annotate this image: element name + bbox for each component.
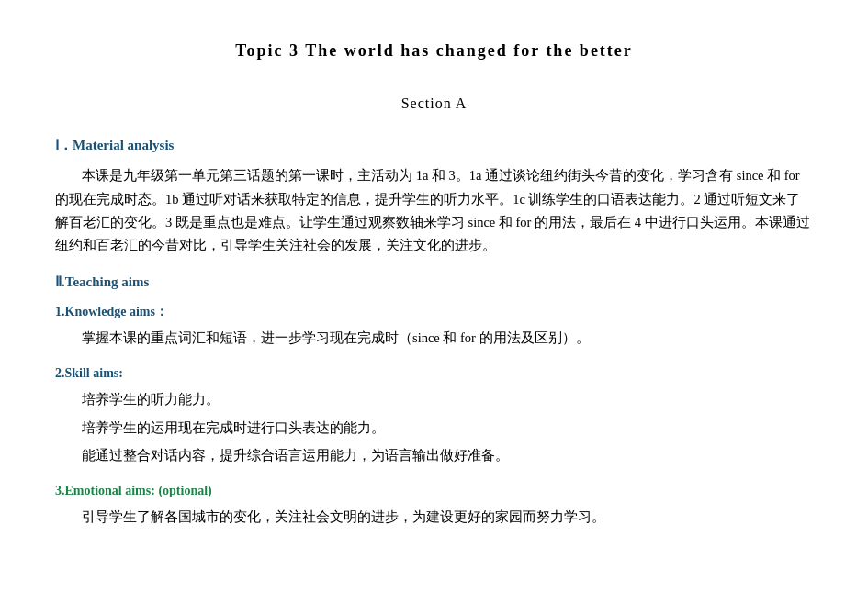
skill-aims-item-2: 培养学生的运用现在完成时进行口头表达的能力。 [55,417,813,440]
part2-block: Ⅱ.Teaching aims 1.Knowledge aims： 掌握本课的重… [55,271,813,530]
knowledge-aims-item-1: 掌握本课的重点词汇和短语，进一步学习现在完成时（since 和 for 的用法及… [55,327,813,350]
skill-aims-block: 2.Skill aims: 培养学生的听力能力。 培养学生的运用现在完成时进行口… [55,363,813,467]
part1-block: Ⅰ．Material analysis 本课是九年级第一单元第三话题的第一课时，… [55,134,813,258]
part2-heading: Ⅱ.Teaching aims [55,271,813,295]
emotional-aims-item-1: 引导学生了解各国城市的变化，关注社会文明的进步，为建设更好的家园而努力学习。 [55,506,813,529]
emotional-aims-block: 3.Emotional aims: (optional) 引导学生了解各国城市的… [55,480,813,529]
part1-heading: Ⅰ．Material analysis [55,134,813,158]
page-title: Topic 3 The world has changed for the be… [55,37,813,65]
section-title: Section A [55,91,813,116]
knowledge-aims-label: 1.Knowledge aims： [55,301,813,323]
skill-aims-item-1: 培养学生的听力能力。 [55,388,813,411]
skill-aims-item-3: 能通过整合对话内容，提升综合语言运用能力，为语言输出做好准备。 [55,444,813,467]
skill-aims-label: 2.Skill aims: [55,363,813,385]
knowledge-aims-block: 1.Knowledge aims： 掌握本课的重点词汇和短语，进一步学习现在完成… [55,301,813,350]
emotional-aims-label: 3.Emotional aims: (optional) [55,480,813,502]
part1-content: 本课是九年级第一单元第三话题的第一课时，主活动为 1a 和 3。1a 通过谈论纽… [55,164,813,258]
